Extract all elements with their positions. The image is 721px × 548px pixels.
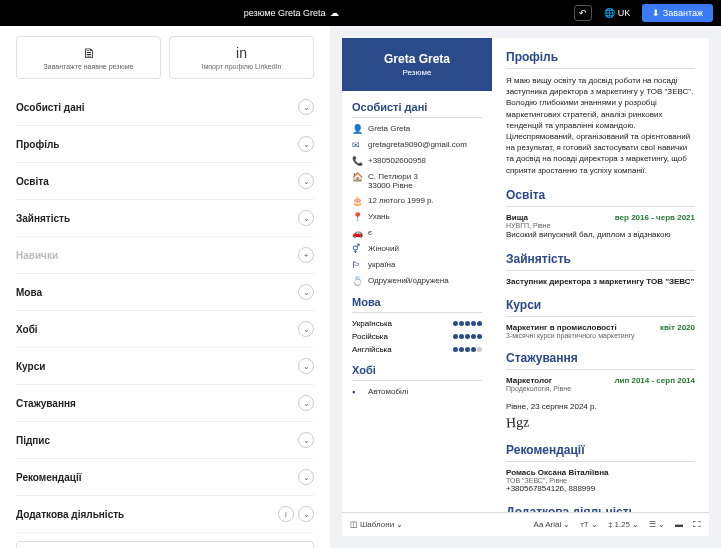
profile-heading: Профіль (506, 50, 695, 69)
info-row: ⚥Жіночий (352, 244, 482, 254)
language-switcher[interactable]: 🌐 UK (598, 6, 636, 20)
section-1[interactable]: Профіль⌄ (16, 126, 314, 163)
chevron-down-icon[interactable]: ⌄ (298, 173, 314, 189)
lang-row: Російська (352, 332, 482, 341)
chevron-down-icon[interactable]: ⌄ (298, 506, 314, 522)
info-row: 🏠С. Петлюри 333000 Рівне (352, 172, 482, 190)
lang-row: Англійська (352, 345, 482, 354)
color-picker[interactable]: ▬ (675, 520, 683, 529)
chevron-down-icon[interactable]: ⌄ (298, 358, 314, 374)
info-row: ✉gretagreta9090@gmail.com (352, 140, 482, 150)
intern-heading: Стажування (506, 351, 695, 370)
chevron-down-icon[interactable]: ⌄ (298, 321, 314, 337)
section-10[interactable]: Рекомендації⌄ (16, 459, 314, 496)
bottom-toolbar: ◫ Шаблони ⌄ Aa Arial ⌄ тТ ⌄ ‡ 1.25 ⌄ ☰ ⌄… (342, 512, 709, 536)
font-size[interactable]: тТ ⌄ (580, 520, 598, 529)
section-2[interactable]: Освіта⌄ (16, 163, 314, 200)
add-heading: Додаткова діяльність (506, 505, 695, 512)
section-5[interactable]: Мова⌄ (16, 274, 314, 311)
personal-heading: Особисті дані (352, 101, 482, 118)
lang-row: Українська (352, 319, 482, 328)
chevron-down-icon[interactable]: ⌄ (298, 469, 314, 485)
section-6[interactable]: Хобі⌄ (16, 311, 314, 348)
cloud-icon: ☁ (330, 8, 339, 18)
section-3[interactable]: Зайнятість⌄ (16, 200, 314, 237)
density[interactable]: ☰ ⌄ (649, 520, 665, 529)
section-extra-activity[interactable]: Додаткова діяльність i ⌄ (16, 496, 314, 533)
hobby-heading: Хобі (352, 364, 482, 381)
fullscreen-icon[interactable]: ⛶ (693, 520, 701, 529)
info-row: 📞+380502600958 (352, 156, 482, 166)
info-row: 🚗є (352, 228, 482, 238)
chevron-down-icon[interactable]: ⌄ (298, 99, 314, 115)
course-heading: Курси (506, 298, 695, 317)
font-selector[interactable]: Aa Arial ⌄ (534, 520, 571, 529)
chevron-down-icon[interactable]: ⌄ (298, 210, 314, 226)
chevron-down-icon[interactable]: ⌄ (298, 284, 314, 300)
section-7[interactable]: Курси⌄ (16, 348, 314, 385)
import-linkedin-card[interactable]: in Імпорт профілю LinkedIn (169, 36, 314, 79)
chevron-down-icon[interactable]: ⌄ (298, 395, 314, 411)
chevron-down-icon[interactable]: ⌄ (298, 432, 314, 448)
profile-text: Я маю вищу освіту та досвід роботи на по… (506, 75, 695, 176)
info-row: 🏳україна (352, 260, 482, 270)
rec-heading: Рекомендації (506, 443, 695, 462)
section-4[interactable]: Навички+ (16, 237, 314, 274)
preview-panel: Greta Greta Резюме Особисті дані 👤Greta … (330, 26, 721, 548)
rating-dots (453, 321, 482, 326)
linkedin-icon: in (178, 45, 305, 61)
info-row: 💍Одружений/одружена (352, 276, 482, 286)
back-button[interactable]: ↶ (574, 5, 592, 21)
hobby-icon: ▪ (352, 387, 362, 397)
import-resume-card[interactable]: 🗎 Завантажте наявне резюме (16, 36, 161, 79)
section-0[interactable]: Особисті дані⌄ (16, 89, 314, 126)
doc-title: резюме Greta Greta (244, 8, 326, 18)
info-row: 👤Greta Greta (352, 124, 482, 134)
info-row: 🎂12 лютого 1999 р. (352, 196, 482, 206)
section-8[interactable]: Стажування⌄ (16, 385, 314, 422)
download-top-button[interactable]: ⬇ Завантаж (642, 4, 713, 22)
signature: Hgz (506, 414, 530, 431)
activity-item[interactable]: Волонтер Рівне ✎ (16, 541, 314, 548)
info-icon[interactable]: i (278, 506, 294, 522)
emp-heading: Зайнятість (506, 252, 695, 271)
section-9[interactable]: Підпис⌄ (16, 422, 314, 459)
info-row: 📍Ухань (352, 212, 482, 222)
rating-dots (453, 347, 482, 352)
line-height[interactable]: ‡ 1.25 ⌄ (608, 520, 639, 529)
edu-heading: Освіта (506, 188, 695, 207)
form-panel: 🗎 Завантажте наявне резюме in Імпорт про… (0, 26, 330, 548)
doc-title-bar: резюме Greta Greta ☁ (244, 8, 339, 18)
rating-dots (453, 334, 482, 339)
templates-button[interactable]: ◫ Шаблони ⌄ (350, 520, 403, 529)
lang-heading: Мова (352, 296, 482, 313)
plus-icon[interactable]: + (298, 247, 314, 263)
resume-header: Greta Greta Резюме (342, 38, 492, 91)
chevron-down-icon[interactable]: ⌄ (298, 136, 314, 152)
file-icon: 🗎 (25, 45, 152, 61)
